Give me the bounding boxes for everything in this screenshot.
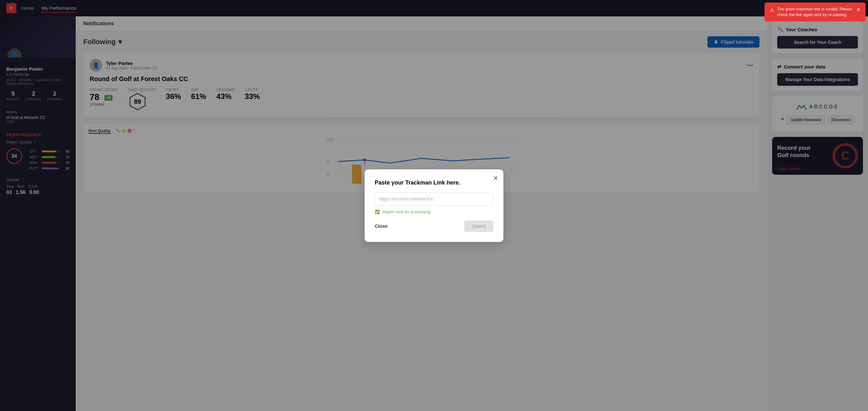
modal-overlay[interactable]: Paste your Trackman Link here. ✕ ✅ Repor…	[0, 0, 868, 411]
trackman-link-input[interactable]	[375, 192, 493, 205]
toast-message: The given trackman link is invalid. Plea…	[777, 6, 853, 18]
check-circle-icon: ✅	[375, 210, 380, 214]
trackman-modal: Paste your Trackman Link here. ✕ ✅ Repor…	[365, 169, 503, 242]
modal-title: Paste your Trackman Link here.	[375, 180, 493, 186]
modal-success-message: ✅ Report sent for processing	[375, 210, 493, 214]
modal-close-button[interactable]: Close	[375, 223, 388, 229]
toast-notification: ⚠ The given trackman link is invalid. Pl…	[765, 2, 866, 22]
warning-icon: ⚠	[770, 7, 774, 13]
modal-close-x-button[interactable]: ✕	[493, 175, 498, 182]
modal-submit-button[interactable]: Submit	[464, 220, 493, 232]
modal-actions: Close Submit	[375, 220, 493, 232]
toast-close-icon[interactable]: ✕	[856, 6, 861, 13]
